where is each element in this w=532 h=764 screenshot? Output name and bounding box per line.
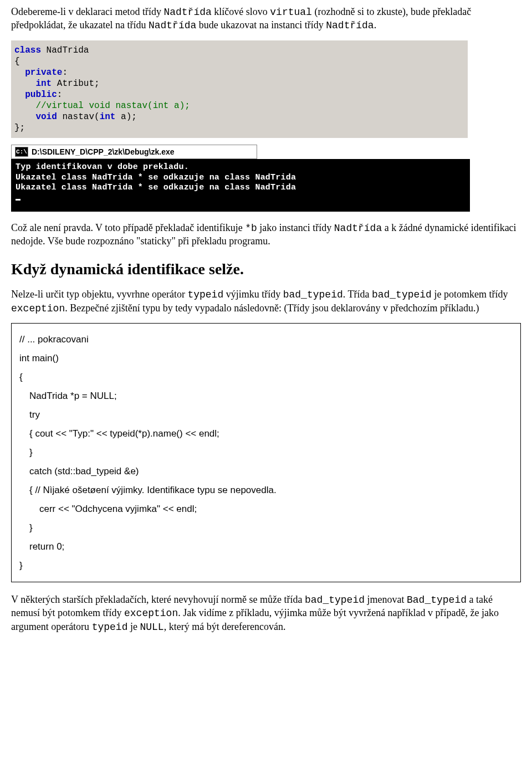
code-term: bad_typeid: [305, 594, 365, 606]
console-line: Ukazatel class NadTrida * se odkazuje na…: [16, 183, 296, 192]
text: V některých starších překladačích, které…: [11, 594, 305, 605]
code-line: }: [19, 443, 513, 462]
code-line: {: [19, 372, 23, 382]
text: Což ale není pravda. V toto případě přek…: [11, 222, 245, 233]
code-line: { cout << "Typ:" << typeid(*p).name() <<…: [19, 424, 513, 443]
code: a);: [115, 112, 136, 122]
text: . Třída: [343, 289, 372, 300]
keyword: void: [35, 112, 57, 122]
ide-code-block: class NadTrida { private: int Atribut; p…: [11, 40, 468, 138]
keyword: private: [25, 68, 62, 78]
code-term: NULL: [140, 622, 163, 633]
cursor-icon: [16, 199, 21, 201]
code-term: exception: [124, 608, 178, 619]
code-term: Bad_typeid: [407, 594, 467, 606]
code-term: *b: [245, 223, 257, 234]
code-term: typeid: [187, 289, 223, 300]
code: :: [57, 90, 63, 100]
code: nastav(: [57, 112, 100, 122]
keyword: class: [14, 45, 41, 55]
comment: //virtual void nastav(int a);: [35, 101, 190, 111]
text: .: [374, 19, 377, 30]
code-term: bad_typeid: [372, 289, 432, 300]
text: , který má být dereferencován.: [164, 621, 286, 632]
code-line: return 0;: [19, 537, 513, 556]
text: je: [127, 621, 140, 632]
console-line: Ukazatel class NadTrida * se odkazuje na…: [16, 173, 296, 182]
keyword: int: [35, 79, 52, 89]
code-line: NadTrida *p = NULL;: [19, 387, 513, 406]
cmd-icon: C:\: [15, 147, 28, 157]
text: Odebereme-li v deklaraci metod třídy: [11, 6, 163, 17]
text: bude ukazovat na instanci třídy: [196, 19, 326, 30]
paragraph-4: V některých starších překladačích, které…: [11, 593, 521, 634]
code: NadTrida: [41, 45, 89, 55]
console-line: Typ identifikovan v dobe prekladu.: [16, 162, 189, 172]
code-line: }: [19, 560, 23, 571]
code: };: [14, 122, 464, 134]
keyword: int: [100, 112, 116, 122]
code-term: exception: [11, 303, 65, 314]
code-term: virtual: [270, 7, 312, 18]
code-line: }: [19, 519, 513, 537]
paragraph-3: Nelze-li určit typ objektu, vyvrhne oper…: [11, 288, 521, 315]
text: klíčové slovo: [212, 6, 270, 17]
code-term: Nadtřída: [163, 7, 211, 18]
paragraph-2: Což ale není pravda. V toto případě přek…: [11, 222, 521, 248]
code-line: try: [19, 406, 513, 424]
code-term: Nadtřída: [149, 20, 196, 31]
code-line: int main(): [19, 353, 59, 363]
code-term: Nadtřída: [326, 20, 374, 31]
text: Nelze-li určit typ objektu, vyvrhne oper…: [11, 289, 187, 300]
paragraph-1: Odebereme-li v deklaraci metod třídy Nad…: [11, 6, 521, 33]
console-output: Typ identifikovan v dobe prekladu. Ukaza…: [11, 159, 470, 212]
text: jmenovat: [365, 594, 407, 605]
console-window: C:\ D:\SDILENY_D\CPP_2\zk\Debug\zk.exe T…: [11, 145, 521, 212]
console-title-text: D:\SDILENY_D\CPP_2\zk\Debug\zk.exe: [32, 147, 175, 157]
code-line: catch (std::bad_typeid &e): [19, 462, 513, 481]
keyword: public: [25, 90, 57, 100]
console-titlebar: C:\ D:\SDILENY_D\CPP_2\zk\Debug\zk.exe: [11, 145, 257, 159]
code: {: [14, 56, 464, 67]
code: Atribut;: [52, 79, 99, 89]
text: . Bezpečné zjištění typu by tedy vypadal…: [65, 302, 479, 314]
section-heading: Když dynamická identifikace selže.: [11, 259, 521, 279]
code-line: cerr << "Odchycena vyjimka" << endl;: [19, 500, 513, 519]
code-term: typeid: [92, 622, 128, 633]
code-line: // ... pokracovani: [19, 334, 89, 345]
text: je potomkem třídy: [432, 289, 508, 300]
code-term: bad_typeid: [283, 289, 343, 300]
code: :: [62, 68, 68, 78]
code-term: Nadtřída: [334, 223, 382, 234]
code-example-box: // ... pokracovani int main() { NadTrida…: [11, 323, 521, 582]
code-line: { // Nìjaké ošetøení výjimky. Identifika…: [19, 481, 513, 500]
text: jako instanci třídy: [257, 222, 334, 233]
text: výjimku třídy: [223, 289, 283, 300]
